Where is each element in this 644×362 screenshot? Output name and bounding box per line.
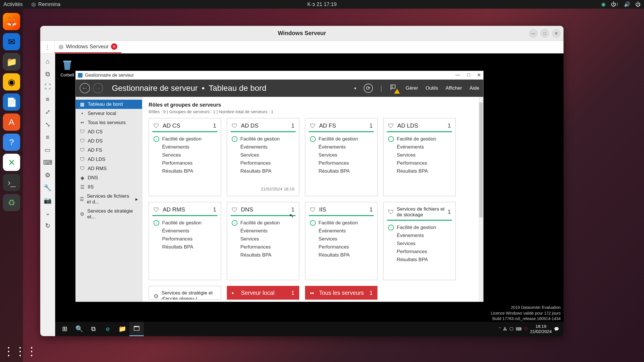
tile-row[interactable]: Performances — [310, 159, 373, 167]
tile-row[interactable]: Services — [310, 151, 373, 159]
sidebar-item-dashboard[interactable]: ▦ Tableau de bord — [76, 100, 142, 109]
sm-close-button[interactable]: ✕ — [477, 72, 481, 78]
app-menu[interactable]: ◎ Remmina — [31, 1, 60, 7]
sidebar-item-adds[interactable]: 🛡 AD DS — [76, 136, 142, 146]
tile-row[interactable]: Résultats BPA — [388, 256, 451, 264]
tray-network-icon[interactable]: 🖧 — [503, 327, 507, 331]
tile-row[interactable]: Événements — [154, 143, 216, 151]
tray-chevron-icon[interactable]: ˄ — [499, 327, 501, 331]
tile-row[interactable]: Performances — [232, 243, 294, 251]
fit-icon[interactable]: ⛶ — [42, 81, 53, 93]
tile-row[interactable]: Résultats BPA — [232, 167, 294, 175]
search-button[interactable]: 🔍 — [72, 322, 86, 336]
tile-row[interactable]: Performances — [232, 159, 294, 167]
tile-row[interactable]: Services — [154, 151, 216, 159]
tools-icon[interactable]: 🔧 — [42, 182, 53, 194]
breadcrumb[interactable]: Gestionnaire de serveur • Tableau de bor… — [112, 84, 266, 93]
tile-row[interactable]: Événements — [310, 143, 373, 151]
windows-desktop[interactable]: Corbeil Gestionnaire de serveur — □ ✕ — [55, 53, 564, 336]
tile-row[interactable]: ↑Facilité de gestion — [310, 219, 373, 227]
tile-row[interactable]: Performances — [388, 248, 451, 256]
tile-role[interactable]: 🛡 Services de fichiers et de stockage 1↑… — [383, 202, 456, 280]
tile-row[interactable]: Événements — [388, 143, 451, 151]
refresh-button[interactable]: ⟳ — [364, 84, 373, 93]
tile-row[interactable]: Performances — [154, 235, 216, 243]
dock-remmina[interactable]: ✕ — [3, 154, 20, 171]
breadcrumb-root[interactable]: Gestionnaire de serveur — [112, 84, 198, 93]
tile-row[interactable]: Performances — [310, 243, 373, 251]
tile-row[interactable]: Résultats BPA — [154, 167, 216, 175]
sidebar-item-adfs[interactable]: 🛡 AD FS — [76, 146, 142, 155]
sm-minimize-button[interactable]: — — [455, 72, 460, 78]
tile-row[interactable]: Services — [388, 151, 451, 159]
sm-titlebar[interactable]: Gestionnaire de serveur — □ ✕ — [76, 71, 483, 80]
menu-tools[interactable]: Outils — [425, 85, 438, 91]
menu-manage[interactable]: Gérer — [406, 85, 418, 91]
scrollbar[interactable] — [479, 97, 483, 302]
dock-rhythmbox[interactable]: ◉ — [3, 73, 20, 90]
taskbar-clock[interactable]: 18:19 21/02/2024 — [530, 324, 552, 334]
dock-terminal[interactable]: ›_ — [3, 174, 20, 191]
tile-local-server[interactable]: ▪ Serveur local 1 — [227, 286, 299, 300]
tile-row[interactable]: Résultats BPA — [232, 251, 294, 259]
tile-row[interactable]: ↑Facilité de gestion — [388, 135, 451, 143]
volume-icon[interactable]: 🔊 — [624, 1, 630, 7]
ie-button[interactable]: e — [101, 322, 115, 336]
power-icon[interactable]: ⏻ — [635, 1, 641, 7]
sidebar-item-iis[interactable]: ☰ IIS — [76, 182, 142, 192]
activities-button[interactable]: Activités — [3, 1, 23, 7]
sidebar-item-adlds[interactable]: 🛡 AD LDS — [76, 155, 142, 164]
tile-row[interactable]: Résultats BPA — [388, 167, 451, 175]
status-icon[interactable]: ◉ — [601, 1, 606, 7]
close-button[interactable]: ✕ — [552, 29, 561, 38]
notifications-button[interactable] — [390, 84, 398, 93]
tile-row[interactable]: Résultats BPA — [310, 167, 373, 175]
dock-files[interactable]: 📁 — [3, 53, 20, 70]
folder-icon[interactable]: ▭ — [42, 144, 53, 156]
tile-row[interactable]: ↑Facilité de gestion — [310, 135, 373, 143]
tile-row[interactable]: ↑Facilité de gestion — [154, 135, 216, 143]
tile-row[interactable]: Événements — [310, 227, 373, 235]
tile-row[interactable]: ↑Facilité de gestion — [232, 219, 294, 227]
dock-help[interactable]: ? — [3, 134, 20, 151]
tile-row[interactable]: Événements — [388, 232, 451, 240]
sidebar-item-adrms[interactable]: 🛡 AD RMS — [76, 164, 142, 173]
tile-row[interactable]: Services — [232, 235, 294, 243]
home-icon[interactable]: ⌂ — [42, 56, 53, 67]
settings-icon[interactable]: ⚙ — [42, 170, 53, 181]
clock[interactable]: K·ɔ 21 17:19 — [307, 1, 337, 7]
tray-security-icon[interactable]: 🛡 — [524, 327, 528, 331]
dock-software[interactable]: A — [3, 113, 20, 131]
duplicate-icon[interactable]: ⧉ — [42, 68, 53, 80]
server-manager-button[interactable]: 🗔 — [129, 322, 144, 336]
tile-row[interactable]: Résultats BPA — [310, 251, 373, 259]
tile-all-servers[interactable]: ▪▪ Tous les serveurs 1 — [305, 286, 377, 300]
tile-row[interactable]: Services — [310, 235, 373, 243]
tile-row[interactable]: Services — [388, 240, 451, 248]
expand-icon[interactable]: ⤡ — [42, 119, 53, 130]
tile-row[interactable]: ↑Facilité de gestion — [232, 135, 294, 143]
rdp-viewport[interactable]: Corbeil Gestionnaire de serveur — □ ✕ — [55, 53, 564, 336]
tile-role[interactable]: 🛡 AD LDS 1↑Facilité de gestionÉvénements… — [383, 118, 456, 196]
lines-icon[interactable]: ≡ — [42, 94, 53, 105]
keyboard-icon[interactable]: ⌨ — [42, 157, 53, 168]
sidebar-item-dns[interactable]: ◆ DNS — [76, 173, 142, 182]
remmina-titlebar[interactable]: Windows Serveur — □ ✕ — [40, 26, 564, 41]
start-button[interactable]: ⊞ — [57, 322, 72, 336]
tray-display-icon[interactable]: 🖵 — [509, 327, 513, 331]
sidebar-item-strategy[interactable]: ⚙ Services de stratégie et... — [76, 207, 142, 222]
minimize-button[interactable]: — — [529, 29, 538, 38]
dock-thunderbird[interactable]: ✉ — [3, 33, 20, 50]
menu-icon[interactable]: ≡ — [42, 132, 53, 143]
fullscreen-icon[interactable]: ⤢ — [42, 106, 53, 118]
tile-role[interactable]: 🛡 AD CS 1↑Facilité de gestionÉvénementsS… — [149, 118, 221, 196]
menu-view[interactable]: Afficher — [446, 85, 462, 91]
tray-lang-icon[interactable]: ⌨ — [516, 327, 522, 331]
tile-role[interactable]: 🛡 AD FS 1↑Facilité de gestionÉvénementsS… — [305, 118, 377, 196]
scrollbar-thumb[interactable] — [479, 103, 483, 217]
tile-role[interactable]: 🛡 IIS 1↑Facilité de gestionÉvénementsSer… — [305, 202, 377, 280]
tile-row[interactable]: Performances — [154, 159, 216, 167]
dock-firefox[interactable]: 🦊 — [3, 13, 20, 30]
sidebar-item-adcs[interactable]: 🛡 AD CS — [76, 127, 142, 136]
action-center-icon[interactable]: 💬 — [554, 327, 559, 331]
